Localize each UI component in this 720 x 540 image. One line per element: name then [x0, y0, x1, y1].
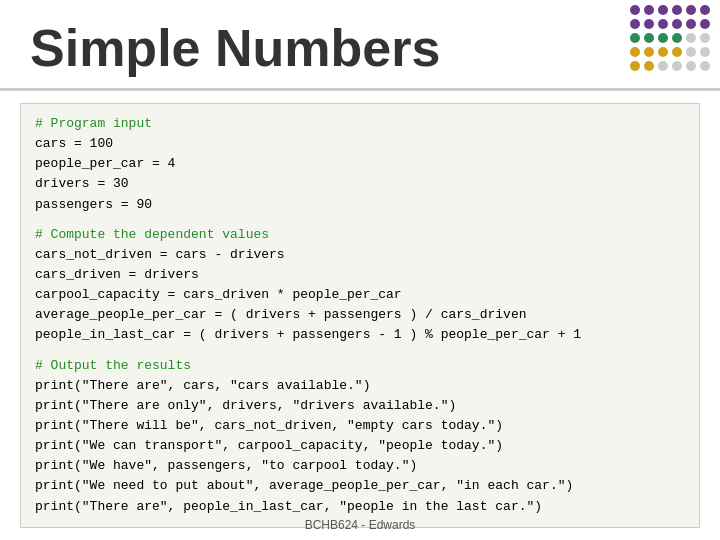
decoration-dot	[644, 61, 654, 71]
code-line: carpool_capacity = cars_driven * people_…	[35, 285, 685, 305]
code-block: # Compute the dependent valuescars_not_d…	[35, 225, 685, 346]
code-line: average_people_per_car = ( drivers + pas…	[35, 305, 685, 325]
code-line: # Program input	[35, 114, 685, 134]
decoration-dot	[644, 19, 654, 29]
decoration-dot	[686, 47, 696, 57]
decoration-dot	[686, 5, 696, 15]
decoration-dot	[672, 33, 682, 43]
decoration-dot	[644, 33, 654, 43]
decoration-dot	[672, 47, 682, 57]
decoration-dot	[644, 5, 654, 15]
code-line: cars_driven = drivers	[35, 265, 685, 285]
decoration-dot	[630, 5, 640, 15]
decoration-dot	[686, 33, 696, 43]
decoration-dot	[686, 19, 696, 29]
decoration-dot	[658, 33, 668, 43]
code-line: # Compute the dependent values	[35, 225, 685, 245]
footer: BCHB624 - Edwards	[0, 518, 720, 532]
code-line: people_per_car = 4	[35, 154, 685, 174]
code-line: print("There are only", drivers, "driver…	[35, 396, 685, 416]
decoration-dot	[672, 5, 682, 15]
decoration-dot	[630, 33, 640, 43]
dots-decoration	[630, 5, 712, 73]
title-area: Simple Numbers	[0, 0, 720, 91]
decoration-dot	[658, 61, 668, 71]
code-line: print("There will be", cars_not_driven, …	[35, 416, 685, 436]
decoration-dot	[700, 5, 710, 15]
decoration-dot	[644, 47, 654, 57]
code-line: print("There are", people_in_last_car, "…	[35, 497, 685, 517]
code-line: cars_not_driven = cars - drivers	[35, 245, 685, 265]
decoration-dot	[658, 5, 668, 15]
code-line: people_in_last_car = ( drivers + passeng…	[35, 325, 685, 345]
code-line: # Output the results	[35, 356, 685, 376]
decoration-dot	[630, 61, 640, 71]
code-block: # Output the resultsprint("There are", c…	[35, 356, 685, 517]
code-line: cars = 100	[35, 134, 685, 154]
code-line: passengers = 90	[35, 195, 685, 215]
code-area: # Program inputcars = 100people_per_car …	[20, 103, 700, 528]
code-line: print("We need to put about", average_pe…	[35, 476, 685, 496]
decoration-dot	[658, 47, 668, 57]
decoration-dot	[700, 19, 710, 29]
code-line: print("We have", passengers, "to carpool…	[35, 456, 685, 476]
decoration-dot	[672, 61, 682, 71]
decoration-dot	[700, 33, 710, 43]
code-line: print("We can transport", carpool_capaci…	[35, 436, 685, 456]
decoration-dot	[630, 47, 640, 57]
decoration-dot	[686, 61, 696, 71]
decoration-dot	[700, 61, 710, 71]
decoration-dot	[658, 19, 668, 29]
code-line: print("There are", cars, "cars available…	[35, 376, 685, 396]
decoration-dot	[700, 47, 710, 57]
slide-container: Simple Numbers # Program inputcars = 100…	[0, 0, 720, 540]
decoration-dot	[672, 19, 682, 29]
slide-title: Simple Numbers	[30, 19, 440, 77]
code-line: drivers = 30	[35, 174, 685, 194]
code-block: # Program inputcars = 100people_per_car …	[35, 114, 685, 215]
decoration-dot	[630, 19, 640, 29]
